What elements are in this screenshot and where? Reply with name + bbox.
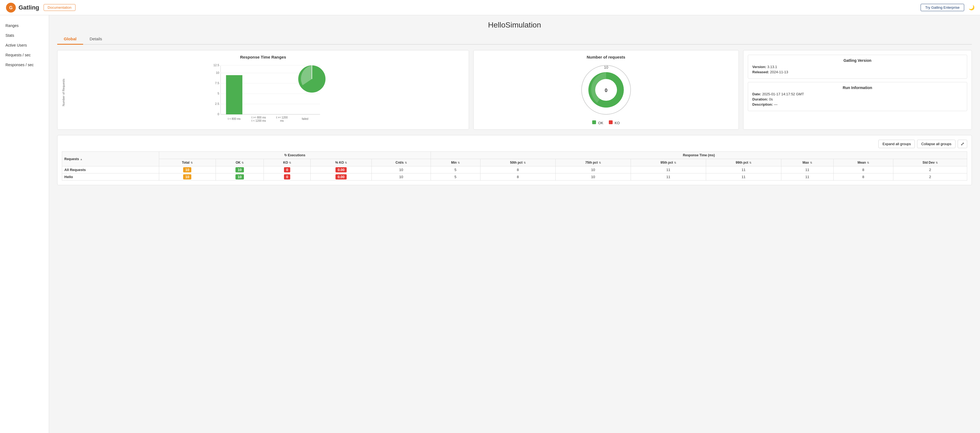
col-max[interactable]: Max ⇅	[781, 159, 834, 167]
sidebar-item-requests-sec[interactable]: Requests / sec	[0, 50, 49, 60]
col-total[interactable]: Total ⇅	[159, 159, 216, 167]
stats-toolbar: Expand all groups Collapse all groups ⤢	[62, 140, 967, 148]
sidebar: Ranges Stats Active Users Requests / sec…	[0, 15, 49, 433]
cell-pct-ko-all: 0.00	[311, 167, 372, 173]
released-row: Released: 2024-11-13	[752, 70, 963, 74]
col-p99[interactable]: 99th pct ⇅	[706, 159, 781, 167]
header-right: Try Gatling Enterprise 🌙	[921, 4, 975, 11]
col-ok[interactable]: OK ⇅	[216, 159, 264, 167]
cell-p99-hello: 11	[706, 173, 781, 181]
main-content: HelloSimulation Global Details Response …	[49, 15, 980, 433]
cell-max-all: 11	[781, 167, 834, 173]
stats-section: Expand all groups Collapse all groups ⤢ …	[57, 135, 972, 185]
cell-min-all: 5	[431, 167, 480, 173]
bar-t-800	[226, 75, 242, 114]
col-std-dev[interactable]: Std Dev ⇅	[893, 159, 967, 167]
svg-text:G: G	[9, 5, 13, 10]
requests-chart: Number of requests 0 0	[473, 50, 739, 130]
run-info-title: Run Information	[752, 86, 963, 90]
requests-sort-icon[interactable]: ▲	[80, 158, 83, 161]
header-left: G Gatling Documentation	[5, 2, 75, 13]
run-info-section: Run Information Date: 2025-01-17 14:17:5…	[748, 82, 967, 111]
svg-text:12.5: 12.5	[213, 63, 219, 67]
cell-p95-hello: 11	[631, 173, 706, 181]
cell-std-dev-hello: 2	[893, 173, 967, 181]
svg-text:0: 0	[605, 88, 608, 93]
col-p50[interactable]: 50th pct ⇅	[480, 159, 555, 167]
cell-ok-all: 10	[216, 167, 264, 173]
col-requests: Requests ▲	[62, 152, 159, 167]
svg-text:t < 800 ms: t < 800 ms	[228, 117, 241, 121]
charts-row: Response Time Ranges Number of Requests	[57, 50, 972, 130]
cell-max-hello: 11	[781, 173, 834, 181]
cell-total-all: 10	[159, 167, 216, 173]
col-cnt-s[interactable]: Cnt/s ⇅	[372, 159, 431, 167]
cell-ok-hello: 10	[216, 173, 264, 181]
gatling-logo-icon: G	[5, 2, 16, 13]
tab-details[interactable]: Details	[83, 34, 109, 44]
legend-ok: OK	[592, 121, 603, 125]
ko-label: KO	[614, 121, 620, 125]
fullscreen-button[interactable]: ⤢	[958, 140, 967, 148]
cell-p75-hello: 10	[555, 173, 631, 181]
ko-dot	[609, 121, 612, 124]
enterprise-button[interactable]: Try Gatling Enterprise	[921, 4, 964, 11]
requests-chart-title: Number of requests	[478, 55, 734, 59]
pie-legend: OK KO	[592, 121, 620, 125]
header: G Gatling Documentation Try Gatling Ente…	[0, 0, 980, 15]
cell-ko-all: 0	[264, 167, 311, 173]
bar-chart-inner: 0 2.5 5 7.5 10 12.5	[67, 63, 465, 122]
cell-p95-all: 11	[631, 167, 706, 173]
svg-text:5: 5	[218, 92, 219, 95]
table-row: All Requests 10 10 0 0.00 10 5 8 10 11 1…	[62, 167, 967, 173]
duration-row: Duration: 0s	[752, 97, 963, 101]
cell-ko-hello: 0	[264, 173, 311, 181]
table-row: Hello 10 10 0 0.00 10 5 8 10 11 11 11 8 …	[62, 173, 967, 181]
svg-text:t >= 800 ms: t >= 800 ms	[251, 116, 266, 119]
response-time-chart-title: Response Time Ranges	[62, 55, 465, 59]
dark-mode-toggle[interactable]: 🌙	[969, 5, 975, 11]
cell-mean-hello: 8	[834, 173, 893, 181]
sidebar-item-responses-sec[interactable]: Responses / sec	[0, 60, 49, 70]
logo: G Gatling	[5, 2, 39, 13]
layout: Ranges Stats Active Users Requests / sec…	[0, 15, 980, 433]
info-cards: Gatling Version Version: 3.13.1 Released…	[743, 50, 972, 130]
response-time-chart: Response Time Ranges Number of Requests	[57, 50, 469, 130]
date-row: Date: 2025-01-17 14:17:52 GMT	[752, 92, 963, 96]
gatling-version-section: Gatling Version Version: 3.13.1 Released…	[748, 55, 967, 79]
cell-pct-ko-hello: 0.00	[311, 173, 372, 181]
bar-chart-wrap: Number of Requests	[62, 63, 465, 122]
sidebar-item-active-users[interactable]: Active Users	[0, 40, 49, 50]
page-title: HelloSimulation	[57, 21, 972, 29]
svg-text:0: 0	[218, 113, 219, 116]
enterprise-btn-text: Try Gatling Enterprise	[925, 5, 959, 10]
col-pct-ko[interactable]: % KO ⇅	[311, 159, 372, 167]
cell-total-hello: 10	[159, 173, 216, 181]
cell-cnt-s-all: 10	[372, 167, 431, 173]
sidebar-item-ranges[interactable]: Ranges	[0, 21, 49, 30]
cell-mean-all: 8	[834, 167, 893, 173]
documentation-button[interactable]: Documentation	[44, 4, 75, 11]
tab-global[interactable]: Global	[57, 34, 83, 44]
description-row: Description: —	[752, 102, 963, 106]
expand-all-button[interactable]: Expand all groups	[878, 140, 915, 148]
cell-p99-all: 11	[706, 167, 781, 173]
cell-p50-all: 8	[480, 167, 555, 173]
version-row: Version: 3.13.1	[752, 65, 963, 69]
col-p75[interactable]: 75th pct ⇅	[555, 159, 631, 167]
pie-wrap: 0 0 10 OK	[478, 63, 734, 125]
col-p95[interactable]: 95th pct ⇅	[631, 159, 706, 167]
svg-text:2.5: 2.5	[215, 102, 219, 105]
collapse-all-button[interactable]: Collapse all groups	[917, 140, 956, 148]
requests-pie-svg: 0 0 10	[579, 63, 633, 117]
col-mean[interactable]: Mean ⇅	[834, 159, 893, 167]
svg-text:t >= 1200: t >= 1200	[276, 116, 288, 119]
tabs: Global Details	[57, 34, 972, 44]
sidebar-item-stats[interactable]: Stats	[0, 30, 49, 40]
svg-text:ms: ms	[280, 119, 284, 122]
ok-dot	[592, 121, 596, 124]
ok-label: OK	[598, 121, 603, 125]
col-min[interactable]: Min ⇅	[431, 159, 480, 167]
col-ko[interactable]: KO ⇅	[264, 159, 311, 167]
cell-min-hello: 5	[431, 173, 480, 181]
